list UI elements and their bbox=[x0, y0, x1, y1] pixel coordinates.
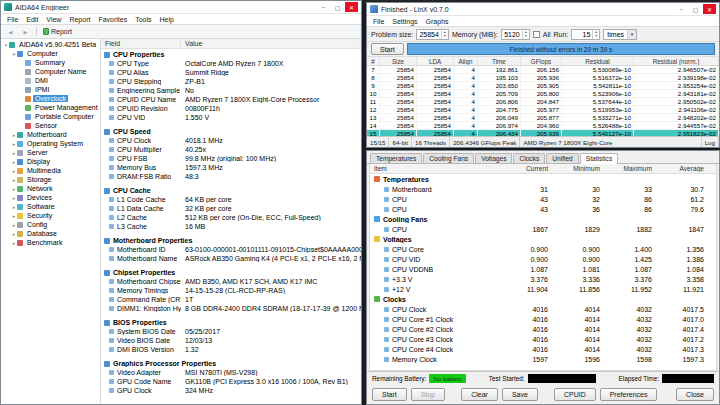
column-header-item[interactable]: # bbox=[367, 57, 380, 65]
sensor-row-cpu[interactable]: CPU43368679.6 bbox=[370, 204, 716, 214]
field-row-motherboard-name[interactable]: Motherboard NameASRock AB350 Gaming K4 (… bbox=[101, 254, 361, 263]
tree-item-devices[interactable]: ▸Devices bbox=[1, 193, 100, 202]
field-row-cpu-type[interactable]: CPU TypeOctalCore AMD Ryzen 7 1800X bbox=[101, 59, 361, 68]
tree-item-power-management[interactable]: Power Management bbox=[1, 103, 100, 112]
close-icon[interactable] bbox=[345, 2, 358, 12]
spinner-arrows-icon[interactable] bbox=[592, 30, 599, 39]
column-header-align[interactable]: Align bbox=[454, 57, 478, 65]
column-header-current[interactable]: Current bbox=[508, 165, 560, 172]
start-button[interactable]: Start bbox=[371, 43, 404, 55]
run-count-input[interactable]: 15 bbox=[571, 29, 600, 40]
aida-menu-favorites[interactable]: Favorites bbox=[94, 16, 131, 23]
tree-item-config[interactable]: ▸Config bbox=[1, 220, 100, 229]
field-row-l1-data-cache[interactable]: L1 Data Cache32 KB per core bbox=[101, 204, 361, 213]
aida-menu-help[interactable]: Help bbox=[156, 16, 178, 23]
aida-menu-edit[interactable]: Edit bbox=[22, 16, 42, 23]
field-row-cpu-vid[interactable]: CPU VID1.550 V bbox=[101, 113, 361, 122]
sensor-group-temperatures[interactable]: Temperatures bbox=[370, 174, 716, 184]
column-header-minimum[interactable]: Minimum bbox=[560, 165, 612, 172]
field-row-command-rate-cr[interactable]: Command Rate (CR)1T bbox=[101, 295, 361, 304]
field-row-dimm1-kingston-hyperx-k[interactable]: DIMM1: Kingston HyperX K8 GB DDR4-2400 D… bbox=[101, 304, 361, 313]
tree-item-display[interactable]: ▸Display bbox=[1, 157, 100, 166]
sensor-row-motherboard[interactable]: Motherboard31303330.7 bbox=[370, 184, 716, 194]
field-column-header[interactable]: Field bbox=[101, 40, 181, 47]
field-row-dram-fsb-ratio[interactable]: DRAM:FSB Ratio48:3 bbox=[101, 172, 361, 181]
tree-item-motherboard[interactable]: ▸Motherboard bbox=[1, 130, 100, 139]
column-header-average[interactable]: Average bbox=[664, 165, 716, 172]
aida-menu-file[interactable]: File bbox=[3, 16, 22, 23]
field-row-gpu-clock[interactable]: GPU Clock324 MHz bbox=[101, 386, 361, 395]
field-row-cpu-fsb[interactable]: CPU FSB99.8 MHz (original: 100 MHz) bbox=[101, 154, 361, 163]
sensor-row-cpu-core-3-clock[interactable]: CPU Core #3 Clock4016401440324017.2 bbox=[370, 334, 716, 344]
tree-item-storage[interactable]: ▸Storage bbox=[1, 175, 100, 184]
save-button[interactable]: Save bbox=[502, 388, 538, 401]
tree-item-database[interactable]: ▸Database bbox=[1, 229, 100, 238]
sensor-row-cpu-clock[interactable]: CPU Clock4016401440324017.5 bbox=[370, 304, 716, 314]
clear-button[interactable]: Clear bbox=[461, 388, 498, 401]
tree-item-computer[interactable]: ▾Computer bbox=[1, 49, 100, 58]
tree-item-aida64-v5-90-4251-beta[interactable]: ▾AIDA64 v5.90.4251 Beta bbox=[1, 40, 100, 49]
aida-menu-tools[interactable]: Tools bbox=[131, 16, 155, 23]
tree-item-summary[interactable]: Summary bbox=[1, 58, 100, 67]
tab-temperatures[interactable]: Temperatures bbox=[370, 153, 422, 163]
sensor-row-cpu-core-4-clock[interactable]: CPU Core #4 Clock4016401440324017.3 bbox=[370, 344, 716, 354]
field-row-system-bios-date[interactable]: System BIOS Date05/25/2017 bbox=[101, 327, 361, 336]
field-row-dmi-bios-version[interactable]: DMI BIOS Version1.32 bbox=[101, 345, 361, 354]
result-row[interactable]: 1125854258544206.806204.8475.537644e-102… bbox=[367, 98, 719, 106]
field-row-video-bios-date[interactable]: Video BIOS Date12/03/13 bbox=[101, 336, 361, 345]
sensor-row-cpu-vid[interactable]: CPU VID0.9000.9001.4251.386 bbox=[370, 254, 716, 264]
tree-item-benchmark[interactable]: ▸Benchmark bbox=[1, 238, 100, 247]
column-header-residual[interactable]: Residual bbox=[562, 57, 634, 65]
preferences-button[interactable]: Preferences bbox=[600, 388, 658, 401]
forward-button[interactable] bbox=[19, 26, 32, 37]
field-row-cpu-multiplier[interactable]: CPU Multiplier40.25x bbox=[101, 145, 361, 154]
tab-unified[interactable]: Unified bbox=[546, 153, 579, 163]
result-row[interactable]: 1325854258544206.049205.8775.533271e-102… bbox=[367, 114, 719, 122]
result-row[interactable]: 1225854258544204.775205.9775.519953e-102… bbox=[367, 106, 719, 114]
tree-item-operating-system[interactable]: ▸Operating System bbox=[1, 139, 100, 148]
result-row[interactable]: 825854258544195.103205.9365.516372e-102.… bbox=[367, 74, 719, 82]
sensor-group-clocks[interactable]: Clocks bbox=[370, 294, 716, 304]
result-row[interactable]: 1025854258544205.709205.8005.523906e-102… bbox=[367, 90, 719, 98]
aida-menu-view[interactable]: View bbox=[42, 16, 65, 23]
aida64-titlebar[interactable]: AIDA64 Engineer bbox=[1, 1, 361, 14]
value-column-header[interactable]: Value bbox=[181, 40, 361, 47]
tree-item-dmi[interactable]: DMI bbox=[1, 76, 100, 85]
column-header-size[interactable]: Size bbox=[380, 57, 417, 65]
field-row-cpuid-cpu-name[interactable]: CPUID CPU NameAMD Ryzen 7 1800X Eight-Co… bbox=[101, 95, 361, 104]
tree-item-computer-name[interactable]: Computer Name bbox=[1, 67, 100, 76]
field-row-cpu-stepping[interactable]: CPU SteppingZP-B1 bbox=[101, 77, 361, 86]
field-row-video-adapter[interactable]: Video AdapterMSI N780Ti (MS-V298) bbox=[101, 368, 361, 377]
column-header-time[interactable]: Time bbox=[478, 57, 521, 65]
tree-item-network[interactable]: ▸Network bbox=[1, 184, 100, 193]
maximize-icon[interactable] bbox=[331, 2, 344, 12]
sensor-row-cpu[interactable]: CPU43328661.2 bbox=[370, 194, 716, 204]
field-row-memory-timings[interactable]: Memory Timings14-15-15-28 (CL-RCD-RP-RAS… bbox=[101, 286, 361, 295]
field-row-memory-bus[interactable]: Memory Bus1597.3 MHz bbox=[101, 163, 361, 172]
minimize-icon[interactable] bbox=[317, 2, 330, 12]
tab-clocks[interactable]: Clocks bbox=[513, 153, 545, 163]
tree-item-ipmi[interactable]: IPMI bbox=[1, 85, 100, 94]
sensor-row-cpu-vddnb[interactable]: CPU VDDNB1.0871.0811.0871.084 bbox=[370, 264, 716, 274]
report-button[interactable]: Report bbox=[41, 26, 74, 37]
linx-menu-graphs[interactable]: Graphs bbox=[422, 18, 453, 25]
close-icon[interactable] bbox=[703, 4, 716, 14]
stop-button[interactable]: Stop bbox=[411, 388, 445, 401]
field-row-engineering-sample[interactable]: Engineering SampleNo bbox=[101, 86, 361, 95]
result-row[interactable]: 1425854258544206.974204.9605.526488e-102… bbox=[367, 122, 719, 130]
field-row-l1-code-cache[interactable]: L1 Code Cache64 KB per core bbox=[101, 195, 361, 204]
column-header-item[interactable]: Item bbox=[370, 165, 508, 172]
spinner-arrows-icon[interactable] bbox=[441, 30, 448, 39]
linx-titlebar[interactable]: Finished - LinX v0.7.0 bbox=[367, 3, 719, 16]
column-header-gflops[interactable]: GFlops bbox=[521, 57, 562, 65]
start-button[interactable]: Start bbox=[372, 388, 407, 401]
maximize-icon[interactable] bbox=[689, 4, 702, 14]
field-row-motherboard-id[interactable]: Motherboard ID63-0100-000001-00101111-09… bbox=[101, 245, 361, 254]
sensor-row-cpu-core-2-clock[interactable]: CPU Core #2 Clock4016401440324017.4 bbox=[370, 324, 716, 334]
tree-item-multimedia[interactable]: ▸Multimedia bbox=[1, 166, 100, 175]
field-row-cpu-clock[interactable]: CPU Clock4018.1 MHz bbox=[101, 136, 361, 145]
field-row-cpu-alias[interactable]: CPU AliasSummit Ridge bbox=[101, 68, 361, 77]
sensor-row-3-3-v[interactable]: +3.3 V3.3763.3363.3763.358 bbox=[370, 274, 716, 284]
tree-item-security[interactable]: ▸Security bbox=[1, 211, 100, 220]
tab-voltages[interactable]: Voltages bbox=[475, 153, 512, 163]
